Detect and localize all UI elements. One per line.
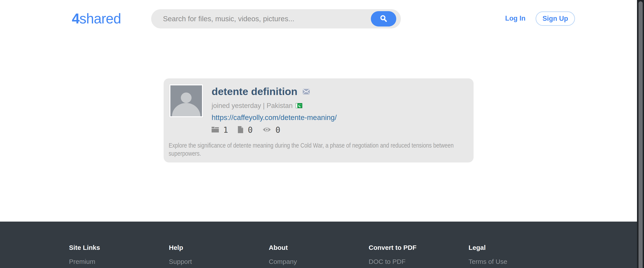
folders-count: 1: [223, 125, 228, 135]
views-count: 0: [276, 125, 280, 135]
footer-title: Convert to PDF: [369, 244, 468, 251]
profile-meta: joined yesterday | Pakistan: [212, 102, 293, 110]
profile-meta-row: joined yesterday | Pakistan: [212, 102, 302, 110]
footer-title: Help: [169, 244, 269, 251]
file-icon: [238, 126, 243, 134]
footer-link-company[interactable]: Company: [269, 258, 369, 265]
signup-button[interactable]: Sign Up: [536, 12, 575, 26]
profile-title-row: detente definition: [212, 86, 310, 97]
search-icon: [380, 15, 388, 23]
footer-link-doc-to-pdf[interactable]: DOC to PDF: [369, 258, 468, 265]
footer: Site Links Premium Help Support About Co…: [0, 222, 637, 268]
folder-icon: [212, 126, 219, 134]
footer-column-convert-to-pdf: Convert to PDF DOC to PDF: [369, 244, 468, 265]
footer-title: Site Links: [69, 244, 169, 251]
footer-column-about: About Company: [269, 244, 369, 265]
footer-link-support[interactable]: Support: [169, 258, 269, 265]
footer-link-terms-of-use[interactable]: Terms of Use: [468, 258, 568, 265]
footer-columns: Site Links Premium Help Support About Co…: [69, 244, 568, 265]
profile-description: Explore the significance of detente mean…: [169, 142, 466, 158]
footer-title: About: [269, 244, 369, 251]
profile-stats: 1 0 0: [212, 125, 280, 135]
logo-text: shared: [80, 11, 121, 26]
header: 4shared Log In Sign Up: [0, 0, 637, 40]
footer-column-help: Help Support: [169, 244, 269, 265]
files-stat: 0: [238, 125, 252, 135]
scrollbar-track[interactable]: [637, 0, 644, 268]
views-stat: 0: [262, 125, 280, 135]
files-count: 0: [248, 125, 252, 135]
footer-column-legal: Legal Terms of Use: [468, 244, 568, 265]
footer-link-premium[interactable]: Premium: [69, 258, 169, 265]
page: 4shared Log In Sign Up: [0, 0, 644, 268]
search-bar: [151, 9, 401, 28]
profile-name: detente definition: [212, 86, 298, 97]
profile-website-link[interactable]: https://caffeyolly.com/detente-meaning/: [212, 114, 337, 122]
scrollbar-thumb[interactable]: [638, 1, 643, 268]
logo-text-bold: 4: [72, 11, 80, 26]
pakistan-flag-icon: [296, 102, 302, 110]
profile-card: detente definition joined yesterday | Pa…: [164, 78, 474, 162]
avatar: [169, 84, 203, 117]
search-input[interactable]: [163, 9, 378, 28]
search-button[interactable]: [371, 11, 396, 26]
footer-column-site-links: Site Links Premium: [69, 244, 169, 265]
footer-title: Legal: [468, 244, 568, 251]
logo[interactable]: 4shared: [72, 10, 121, 27]
person-silhouette-icon: [170, 86, 202, 116]
mail-icon[interactable]: [303, 89, 310, 95]
login-link[interactable]: Log In: [505, 14, 526, 22]
views-icon: [262, 127, 271, 133]
folders-stat: 1: [212, 125, 228, 135]
